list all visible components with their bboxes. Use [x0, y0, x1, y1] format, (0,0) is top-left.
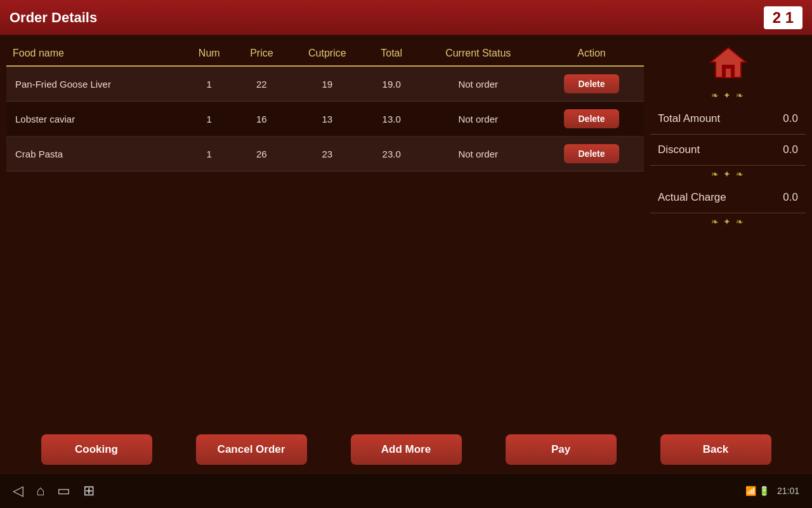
actual-charge-value: 0.0 — [783, 191, 798, 204]
header-action: Action — [539, 41, 644, 66]
android-nav-bar: ◁ ⌂ ▭ ⊞ 📶 🔋 21:01 — [0, 473, 812, 508]
header-num: Num — [184, 41, 235, 66]
cancel-order-button[interactable]: Cancel Order — [196, 434, 307, 465]
table-row: Pan-Fried Goose Liver1221919.0Not orderD… — [6, 66, 644, 102]
nav-right-status: 📶 🔋 21:01 — [745, 486, 799, 496]
total-amount-value: 0.0 — [783, 112, 798, 125]
discount-value: 0.0 — [783, 144, 798, 156]
table-number-badge: 2 1 — [764, 6, 802, 29]
header-total: Total — [366, 41, 417, 66]
page-title: Order Details — [10, 10, 97, 26]
add-more-button[interactable]: Add More — [351, 434, 462, 465]
home-nav-icon[interactable]: ⌂ — [36, 483, 44, 499]
table-row: Lobster caviar1161313.0Not orderDelete — [6, 102, 644, 137]
order-table-area: Food name Num Price Cutprice Total Curre… — [6, 41, 644, 419]
header-food-name: Food name — [6, 41, 184, 66]
header-cutprice: Cutprice — [289, 41, 366, 66]
title-bar: Order Details 2 1 — [0, 0, 812, 35]
main-content: Food name Num Price Cutprice Total Curre… — [0, 35, 812, 425]
table-header-row: Food name Num Price Cutprice Total Curre… — [6, 41, 644, 66]
discount-row: Discount 0.0 — [650, 135, 806, 166]
ornament-bottom: ❧ ✦ ❧ — [650, 216, 806, 227]
actual-charge-label: Actual Charge — [658, 191, 726, 204]
discount-label: Discount — [658, 144, 700, 156]
delete-button-1[interactable]: Delete — [564, 109, 619, 128]
bottom-action-bar: Cooking Cancel Order Add More Pay Back — [0, 425, 812, 473]
total-amount-row: Total Amount 0.0 — [650, 104, 806, 135]
header-current-status: Current Status — [417, 41, 539, 66]
delete-button-2[interactable]: Delete — [564, 144, 619, 163]
grid-nav-icon[interactable]: ⊞ — [83, 483, 95, 499]
home-icon-container[interactable] — [709, 44, 747, 82]
table-row: Crab Pasta1262323.0Not orderDelete — [6, 137, 644, 171]
svg-rect-2 — [726, 69, 731, 77]
order-table: Food name Num Price Cutprice Total Curre… — [6, 41, 644, 171]
home-icon — [709, 44, 747, 79]
nav-time: 21:01 — [777, 486, 799, 496]
ornament-middle: ❧ ✦ ❧ — [650, 168, 806, 180]
nav-status-icons: 📶 🔋 — [745, 486, 769, 496]
header-price: Price — [235, 41, 289, 66]
cooking-button[interactable]: Cooking — [41, 434, 152, 465]
nav-left-icons: ◁ ⌂ ▭ ⊞ — [13, 483, 95, 499]
actual-charge-row: Actual Charge 0.0 — [650, 182, 806, 213]
back-button[interactable]: Back — [660, 434, 771, 465]
recents-nav-icon[interactable]: ▭ — [57, 483, 70, 499]
summary-panel: ❧ ✦ ❧ Total Amount 0.0 Discount 0.0 ❧ ✦ … — [650, 41, 806, 419]
total-amount-label: Total Amount — [658, 112, 720, 125]
pay-button[interactable]: Pay — [506, 434, 617, 465]
ornament-top: ❧ ✦ ❧ — [650, 90, 806, 101]
back-nav-icon[interactable]: ◁ — [13, 483, 23, 499]
delete-button-0[interactable]: Delete — [564, 74, 619, 93]
